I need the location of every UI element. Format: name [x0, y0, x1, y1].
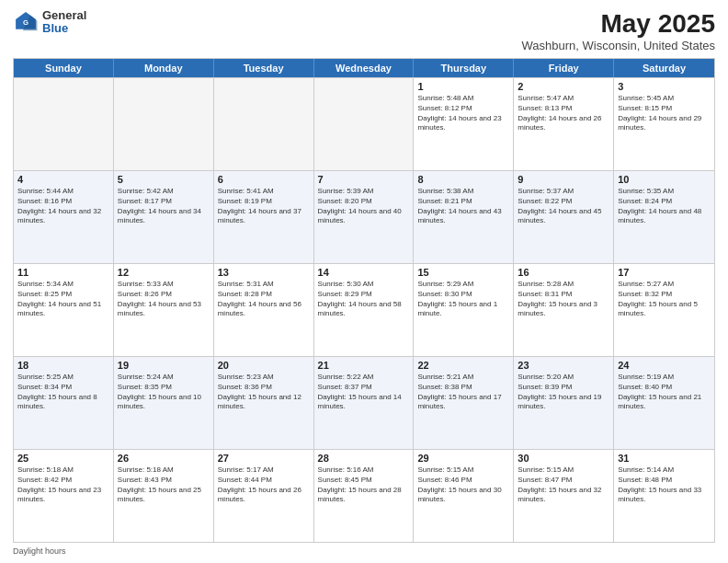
day-number: 14 [318, 267, 410, 278]
cell-detail: Sunrise: 5:23 AMSunset: 8:36 PMDaylight:… [218, 373, 310, 412]
logo-icon: G [13, 9, 39, 35]
calendar-cell-5: 5Sunrise: 5:42 AMSunset: 8:17 PMDaylight… [114, 171, 214, 263]
cell-detail: Sunrise: 5:19 AMSunset: 8:40 PMDaylight:… [618, 373, 711, 412]
cell-detail: Sunrise: 5:18 AMSunset: 8:42 PMDaylight:… [17, 465, 109, 505]
cell-detail: Sunrise: 5:25 AMSunset: 8:34 PMDaylight:… [17, 373, 109, 412]
cell-detail: Sunrise: 5:41 AMSunset: 8:19 PMDaylight:… [218, 187, 310, 226]
day-number: 2 [518, 81, 609, 92]
calendar-cell-7: 7Sunrise: 5:39 AMSunset: 8:20 PMDaylight… [314, 171, 415, 263]
day-number: 18 [17, 360, 109, 371]
cell-detail: Sunrise: 5:17 AMSunset: 8:44 PMDaylight:… [218, 465, 310, 505]
cell-detail: Sunrise: 5:34 AMSunset: 8:25 PMDaylight:… [17, 280, 109, 319]
day-number: 20 [218, 360, 310, 371]
cell-detail: Sunrise: 5:24 AMSunset: 8:35 PMDaylight:… [118, 373, 210, 412]
main-title: May 2025 [522, 9, 716, 39]
header: G General Blue May 2025 Washburn, Wiscon… [13, 9, 715, 52]
calendar-cell-21: 21Sunrise: 5:22 AMSunset: 8:37 PMDayligh… [314, 357, 415, 449]
calendar-cell-17: 17Sunrise: 5:27 AMSunset: 8:32 PMDayligh… [614, 264, 714, 356]
calendar-cell-30: 30Sunrise: 5:15 AMSunset: 8:47 PMDayligh… [514, 450, 614, 542]
cell-detail: Sunrise: 5:45 AMSunset: 8:15 PMDaylight:… [618, 94, 711, 133]
calendar-cell-28: 28Sunrise: 5:16 AMSunset: 8:45 PMDayligh… [314, 450, 415, 542]
calendar-cell-empty-0 [14, 78, 114, 170]
subtitle: Washburn, Wisconsin, United States [522, 39, 716, 52]
cell-detail: Sunrise: 5:42 AMSunset: 8:17 PMDaylight:… [118, 187, 210, 226]
calendar-cell-20: 20Sunrise: 5:23 AMSunset: 8:36 PMDayligh… [214, 357, 314, 449]
calendar-row-4: 25Sunrise: 5:18 AMSunset: 8:42 PMDayligh… [14, 449, 714, 542]
calendar-row-0: 1Sunrise: 5:48 AMSunset: 8:12 PMDaylight… [14, 77, 714, 170]
day-number: 25 [17, 453, 109, 464]
day-number: 21 [318, 360, 410, 371]
day-number: 4 [17, 174, 109, 185]
day-number: 10 [618, 174, 711, 185]
day-number: 26 [118, 453, 210, 464]
day-number: 15 [417, 267, 509, 278]
svg-text:G: G [23, 18, 28, 27]
cell-detail: Sunrise: 5:38 AMSunset: 8:21 PMDaylight:… [417, 187, 509, 226]
calendar-cell-13: 13Sunrise: 5:31 AMSunset: 8:28 PMDayligh… [214, 264, 314, 356]
cell-detail: Sunrise: 5:16 AMSunset: 8:45 PMDaylight:… [318, 465, 410, 505]
logo-general: General [42, 9, 86, 22]
day-number: 31 [618, 453, 711, 464]
title-block: May 2025 Washburn, Wisconsin, United Sta… [522, 9, 716, 52]
calendar-cell-24: 24Sunrise: 5:19 AMSunset: 8:40 PMDayligh… [614, 357, 714, 449]
calendar-cell-14: 14Sunrise: 5:30 AMSunset: 8:29 PMDayligh… [314, 264, 415, 356]
cell-detail: Sunrise: 5:39 AMSunset: 8:20 PMDaylight:… [318, 187, 410, 226]
cell-detail: Sunrise: 5:47 AMSunset: 8:13 PMDaylight:… [518, 94, 609, 133]
day-number: 22 [417, 360, 509, 371]
cell-detail: Sunrise: 5:21 AMSunset: 8:38 PMDaylight:… [417, 373, 509, 412]
calendar-row-1: 4Sunrise: 5:44 AMSunset: 8:16 PMDaylight… [14, 170, 714, 263]
day-number: 8 [417, 174, 509, 185]
header-day-tuesday: Tuesday [214, 59, 314, 77]
header-day-thursday: Thursday [414, 59, 514, 77]
calendar-cell-29: 29Sunrise: 5:15 AMSunset: 8:46 PMDayligh… [414, 450, 514, 542]
day-number: 5 [118, 174, 210, 185]
calendar-cell-2: 2Sunrise: 5:47 AMSunset: 8:13 PMDaylight… [514, 78, 614, 170]
calendar-cell-9: 9Sunrise: 5:37 AMSunset: 8:22 PMDaylight… [514, 171, 614, 263]
calendar-cell-10: 10Sunrise: 5:35 AMSunset: 8:24 PMDayligh… [614, 171, 714, 263]
day-number: 29 [417, 453, 509, 464]
calendar-cell-26: 26Sunrise: 5:18 AMSunset: 8:43 PMDayligh… [114, 450, 214, 542]
calendar-row-3: 18Sunrise: 5:25 AMSunset: 8:34 PMDayligh… [14, 356, 714, 449]
calendar-cell-4: 4Sunrise: 5:44 AMSunset: 8:16 PMDaylight… [14, 171, 114, 263]
day-number: 24 [618, 360, 711, 371]
calendar-cell-16: 16Sunrise: 5:28 AMSunset: 8:31 PMDayligh… [514, 264, 614, 356]
logo: G General Blue [13, 9, 86, 36]
cell-detail: Sunrise: 5:27 AMSunset: 8:32 PMDaylight:… [618, 280, 711, 319]
calendar-cell-12: 12Sunrise: 5:33 AMSunset: 8:26 PMDayligh… [114, 264, 214, 356]
calendar-row-2: 11Sunrise: 5:34 AMSunset: 8:25 PMDayligh… [14, 263, 714, 356]
calendar-cell-22: 22Sunrise: 5:21 AMSunset: 8:38 PMDayligh… [414, 357, 514, 449]
day-number: 27 [218, 453, 310, 464]
cell-detail: Sunrise: 5:22 AMSunset: 8:37 PMDaylight:… [318, 373, 410, 412]
day-number: 12 [118, 267, 210, 278]
day-number: 3 [618, 81, 711, 92]
calendar-cell-1: 1Sunrise: 5:48 AMSunset: 8:12 PMDaylight… [414, 78, 514, 170]
page: G General Blue May 2025 Washburn, Wiscon… [0, 0, 728, 563]
cell-detail: Sunrise: 5:35 AMSunset: 8:24 PMDaylight:… [618, 187, 711, 226]
cell-detail: Sunrise: 5:15 AMSunset: 8:47 PMDaylight:… [518, 465, 609, 505]
header-day-wednesday: Wednesday [314, 59, 415, 77]
header-day-monday: Monday [114, 59, 214, 77]
calendar-cell-empty-1 [114, 78, 214, 170]
day-number: 23 [518, 360, 609, 371]
cell-detail: Sunrise: 5:29 AMSunset: 8:30 PMDaylight:… [417, 280, 509, 319]
footer-note: Daylight hours [13, 546, 715, 556]
cell-detail: Sunrise: 5:14 AMSunset: 8:48 PMDaylight:… [618, 465, 711, 505]
day-number: 17 [618, 267, 711, 278]
cell-detail: Sunrise: 5:30 AMSunset: 8:29 PMDaylight:… [318, 280, 410, 319]
day-number: 9 [518, 174, 609, 185]
calendar-cell-19: 19Sunrise: 5:24 AMSunset: 8:35 PMDayligh… [114, 357, 214, 449]
calendar-cell-18: 18Sunrise: 5:25 AMSunset: 8:34 PMDayligh… [14, 357, 114, 449]
cell-detail: Sunrise: 5:48 AMSunset: 8:12 PMDaylight:… [417, 94, 509, 133]
calendar-cell-8: 8Sunrise: 5:38 AMSunset: 8:21 PMDaylight… [414, 171, 514, 263]
cell-detail: Sunrise: 5:15 AMSunset: 8:46 PMDaylight:… [417, 465, 509, 505]
cell-detail: Sunrise: 5:31 AMSunset: 8:28 PMDaylight:… [218, 280, 310, 319]
cell-detail: Sunrise: 5:20 AMSunset: 8:39 PMDaylight:… [518, 373, 609, 412]
day-number: 11 [17, 267, 109, 278]
day-number: 30 [518, 453, 609, 464]
calendar-cell-23: 23Sunrise: 5:20 AMSunset: 8:39 PMDayligh… [514, 357, 614, 449]
cell-detail: Sunrise: 5:28 AMSunset: 8:31 PMDaylight:… [518, 280, 609, 319]
calendar-cell-3: 3Sunrise: 5:45 AMSunset: 8:15 PMDaylight… [614, 78, 714, 170]
day-number: 1 [417, 81, 509, 92]
calendar-cell-31: 31Sunrise: 5:14 AMSunset: 8:48 PMDayligh… [614, 450, 714, 542]
cell-detail: Sunrise: 5:44 AMSunset: 8:16 PMDaylight:… [17, 187, 109, 226]
